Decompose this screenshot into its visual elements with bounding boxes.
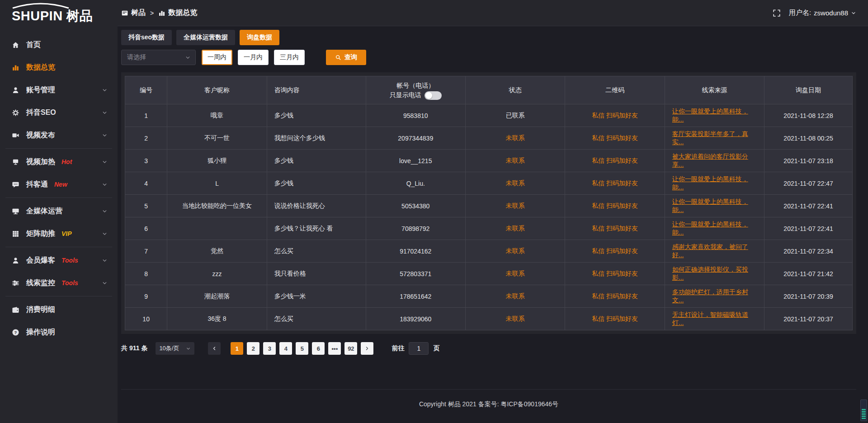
tab-inactive[interactable]: 全媒体运营数据	[176, 30, 235, 45]
sidebar-item-member[interactable]: 会员爆客Tools	[0, 249, 118, 272]
sidebar-item-question[interactable]: 操作说明	[0, 321, 118, 343]
goto-page: 前往 页	[392, 342, 439, 355]
sidebar-divider	[5, 296, 112, 296]
chevron-down-icon	[102, 258, 108, 263]
qr-add-friend-link[interactable]: 私信 扫码加好友	[592, 157, 638, 164]
sidebar-item-label: 首页	[26, 40, 41, 50]
content: 抖音seo数据全媒体运营数据询盘数据 请选择 一周内一月内三月内 查询	[118, 26, 868, 409]
member-icon	[12, 257, 19, 264]
sidebar-item-video[interactable]: 视频发布	[0, 124, 118, 146]
source-link[interactable]: 让你一眼就爱上的黑科技，能...	[672, 175, 748, 191]
sidebar-item-user[interactable]: 账号管理	[0, 79, 118, 101]
breadcrumb-item[interactable]: 数据总览	[158, 8, 197, 18]
sidebar-item-screen[interactable]: 视频加热Hot	[0, 150, 118, 173]
page-button[interactable]: 1	[231, 342, 243, 355]
qr-add-friend-link[interactable]: 私信 扫码加好友	[592, 225, 638, 232]
goto-page-input[interactable]	[409, 342, 429, 355]
column-header: 帐号（电话） 只显示电话	[366, 76, 465, 104]
pagination: 共 911 条 10条/页 123456•••92 前往 页	[121, 342, 856, 355]
sidebar-item-label: 视频加热	[26, 157, 55, 167]
cell-status: 未联系	[465, 217, 565, 240]
page-size-select[interactable]: 10条/页	[156, 342, 194, 355]
period-button[interactable]: 一周内	[202, 50, 232, 65]
gear-icon	[12, 109, 19, 117]
cell-nickname: 狐小狸	[167, 150, 267, 172]
tab-inactive[interactable]: 抖音seo数据	[121, 30, 172, 45]
chevron-down-icon	[851, 10, 856, 16]
show-phone-only-toggle[interactable]	[425, 91, 442, 100]
period-button[interactable]: 一月内	[238, 50, 269, 65]
sliders-icon	[12, 279, 19, 287]
total-count: 共 911 条	[121, 344, 147, 352]
cell-no: 8	[125, 263, 167, 285]
source-link[interactable]: 让你一眼就爱上的黑科技，能...	[672, 221, 748, 236]
page-ellipsis-button[interactable]: •••	[328, 342, 341, 355]
sidebar-item-home[interactable]: 首页	[0, 33, 118, 56]
column-header: 线索来源	[665, 76, 764, 104]
tab-active[interactable]: 询盘数据	[240, 30, 279, 45]
cell-date: 2021-11-07 22:34	[764, 240, 853, 263]
source-link[interactable]: 被大家追着问的客厅投影分享...	[672, 153, 748, 168]
cell-no: 7	[125, 240, 167, 263]
sidebar-item-chat[interactable]: 抖客通New	[0, 173, 118, 196]
sidebar-item-chart[interactable]: 数据总览	[0, 56, 118, 79]
search-icon	[335, 54, 341, 61]
sidebar-item-monitor[interactable]: 全媒体运营	[0, 200, 118, 222]
cell-nickname	[167, 217, 267, 240]
toggle-knob	[425, 92, 432, 99]
query-button[interactable]: 查询	[326, 50, 366, 65]
source-link[interactable]: 让你一眼就爱上的黑科技，能...	[672, 198, 748, 213]
table-header-row: 编号客户昵称咨询内容帐号（电话） 只显示电话 状态二维码线索来源询盘日期	[125, 76, 853, 104]
qr-add-friend-link[interactable]: 私信 扫码加好友	[592, 315, 638, 322]
cell-qrcode: 私信 扫码加好友	[565, 150, 665, 172]
account-select[interactable]: 请选择	[121, 50, 196, 65]
chevron-down-icon	[102, 132, 108, 138]
cell-qrcode: 私信 扫码加好友	[565, 285, 665, 308]
dashboard-icon	[121, 9, 128, 17]
page-button[interactable]: 3	[263, 342, 276, 355]
qr-add-friend-link[interactable]: 私信 扫码加好友	[592, 247, 638, 254]
chevron-down-icon	[102, 110, 108, 116]
source-link[interactable]: 让你一眼就爱上的黑科技，能...	[672, 108, 748, 123]
sidebar-badge: Tools	[61, 279, 78, 287]
cell-source: 如何正确选择投影仪，买投影...	[665, 263, 764, 285]
username: zswodun88	[814, 9, 848, 17]
sidebar-item-gear[interactable]: 抖音SEO	[0, 101, 118, 124]
topbar-right: 用户名: zswodun88	[773, 9, 856, 17]
qr-add-friend-link[interactable]: 私信 扫码加好友	[592, 202, 638, 209]
qr-add-friend-link[interactable]: 私信 扫码加好友	[592, 292, 638, 300]
qr-add-friend-link[interactable]: 私信 扫码加好友	[592, 179, 638, 187]
page-button[interactable]: 92	[344, 342, 357, 355]
qr-add-friend-link[interactable]: 私信 扫码加好友	[592, 270, 638, 277]
source-link[interactable]: 多功能护栏灯，适用于乡村文...	[672, 288, 748, 304]
page-button[interactable]: 6	[312, 342, 325, 355]
cell-content: 我只看价格	[267, 263, 366, 285]
qr-add-friend-link[interactable]: 私信 扫码加好友	[592, 134, 638, 141]
breadcrumb-item[interactable]: 树品	[121, 8, 146, 18]
cell-date: 2021-11-07 22:41	[764, 217, 853, 240]
cell-qrcode: 私信 扫码加好友	[565, 172, 665, 195]
source-link[interactable]: 无主灯设计，智能磁吸轨道灯...	[672, 311, 748, 326]
cell-source: 被大家追着问的客厅投影分享...	[665, 150, 764, 172]
cell-date: 2021-11-07 20:37	[764, 308, 853, 330]
breadcrumb: 树品>数据总览	[121, 8, 197, 18]
column-header: 状态	[465, 76, 565, 104]
sidebar-item-sliders[interactable]: 线索监控Tools	[0, 272, 118, 294]
source-link[interactable]: 如何正确选择投影仪，买投影...	[672, 266, 748, 281]
fullscreen-icon[interactable]	[773, 9, 781, 17]
prev-page-button[interactable]	[208, 342, 221, 355]
chart-icon	[158, 9, 165, 17]
page-button[interactable]: 4	[279, 342, 292, 355]
sidebar-item-wallet[interactable]: 消费明细	[0, 298, 118, 321]
page-button[interactable]: 2	[247, 342, 259, 355]
user-menu[interactable]: 用户名: zswodun88	[789, 9, 856, 17]
next-page-button[interactable]	[361, 342, 373, 355]
qr-add-friend-link[interactable]: 私信 扫码加好友	[592, 112, 638, 119]
source-link[interactable]: 感谢大家喜欢我家，被问了好...	[672, 243, 748, 258]
period-button[interactable]: 三月内	[274, 50, 305, 65]
sidebar-item-grid[interactable]: 矩阵助推VIP	[0, 222, 118, 245]
sidebar-menu: 首页数据总览账号管理抖音SEO视频发布视频加热Hot抖客通New全媒体运营矩阵助…	[0, 26, 118, 343]
page-button[interactable]: 5	[296, 342, 308, 355]
source-link[interactable]: 客厅安装投影半年多了，真实...	[672, 130, 748, 146]
stats-widget[interactable]	[860, 400, 867, 421]
